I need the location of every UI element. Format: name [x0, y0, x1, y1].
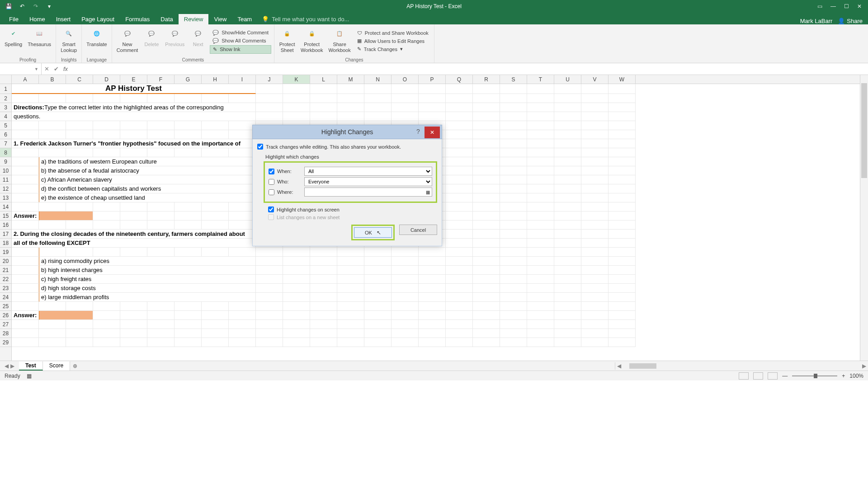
cell[interactable] — [581, 257, 609, 266]
when-select[interactable]: All — [304, 167, 432, 176]
cell[interactable] — [120, 121, 147, 130]
cell[interactable] — [473, 293, 500, 302]
cell[interactable] — [446, 112, 473, 121]
cell[interactable] — [527, 202, 554, 211]
cell[interactable] — [419, 84, 446, 94]
col-header[interactable]: D — [93, 75, 120, 84]
cell[interactable] — [581, 211, 609, 221]
cell[interactable] — [147, 121, 175, 130]
cell[interactable] — [202, 320, 229, 329]
cell[interactable] — [202, 338, 229, 347]
cell[interactable] — [229, 148, 256, 157]
chevron-down-icon[interactable]: ▼ — [34, 67, 38, 71]
tab-formulas[interactable]: Formulas — [120, 14, 155, 24]
row-header[interactable]: 7 — [0, 139, 11, 148]
cell[interactable] — [66, 320, 93, 329]
cell[interactable] — [500, 266, 527, 275]
cell[interactable]: questions. — [12, 112, 256, 121]
cell[interactable] — [554, 139, 581, 148]
view-pagebreak-button[interactable] — [768, 372, 778, 380]
cell[interactable] — [473, 257, 500, 266]
cell[interactable] — [175, 211, 202, 221]
cell[interactable] — [419, 248, 446, 257]
view-layout-button[interactable] — [753, 372, 763, 380]
cell[interactable] — [473, 230, 500, 239]
row-header[interactable]: 3 — [0, 103, 11, 112]
tab-data[interactable]: Data — [155, 14, 178, 24]
cell[interactable] — [473, 211, 500, 221]
cell[interactable] — [500, 157, 527, 166]
cell[interactable] — [175, 121, 202, 130]
cell[interactable] — [473, 148, 500, 157]
cell[interactable] — [175, 248, 202, 257]
cell[interactable] — [147, 329, 175, 338]
view-normal-button[interactable] — [739, 372, 749, 380]
col-header[interactable]: I — [229, 75, 256, 84]
row-header[interactable]: 27 — [0, 320, 11, 329]
cell[interactable] — [310, 284, 337, 293]
who-select[interactable]: Everyone — [304, 177, 432, 186]
cell[interactable] — [283, 112, 310, 121]
cell[interactable] — [93, 320, 120, 329]
cell[interactable] — [473, 266, 500, 275]
cell[interactable] — [147, 248, 175, 257]
cell[interactable] — [12, 166, 39, 175]
tab-review[interactable]: Review — [179, 14, 209, 24]
cell[interactable] — [527, 211, 554, 221]
cell[interactable] — [581, 130, 609, 139]
cell[interactable] — [39, 202, 66, 211]
cell[interactable] — [12, 202, 39, 211]
cell[interactable] — [337, 112, 364, 121]
cell[interactable] — [310, 248, 337, 257]
cell[interactable] — [256, 329, 283, 338]
cell[interactable] — [527, 112, 554, 121]
cell[interactable] — [500, 248, 527, 257]
save-icon[interactable]: 💾 — [4, 1, 14, 11]
who-checkbox[interactable] — [269, 179, 274, 185]
row-header[interactable]: 5 — [0, 121, 11, 130]
cell[interactable] — [446, 275, 473, 284]
cell[interactable] — [446, 311, 473, 320]
cell[interactable] — [554, 157, 581, 166]
cell[interactable] — [581, 248, 609, 257]
cell[interactable] — [364, 112, 392, 121]
cell[interactable] — [473, 193, 500, 202]
cell[interactable] — [609, 202, 636, 211]
col-header[interactable]: Q — [446, 75, 473, 84]
cell[interactable] — [120, 211, 147, 221]
cell[interactable]: all of the following EXCEPT — [12, 239, 256, 248]
zoom-slider[interactable] — [792, 375, 837, 376]
cell[interactable] — [419, 103, 446, 112]
row-header[interactable]: 9 — [0, 157, 11, 166]
cell[interactable]: b) the absense of a feudal aristocracy — [39, 166, 256, 175]
cell[interactable] — [39, 211, 93, 221]
cell[interactable] — [12, 293, 39, 302]
cell[interactable]: e) large middleman profits — [39, 293, 256, 302]
cell[interactable] — [310, 266, 337, 275]
cell[interactable] — [609, 121, 636, 130]
cell[interactable] — [120, 338, 147, 347]
cell[interactable] — [256, 248, 283, 257]
cell[interactable] — [446, 157, 473, 166]
cell[interactable] — [147, 148, 175, 157]
cell[interactable] — [446, 293, 473, 302]
col-header[interactable]: K — [283, 75, 310, 84]
share-workbook-button[interactable]: 📋 Share Workbook — [326, 25, 352, 57]
cell[interactable] — [310, 320, 337, 329]
cell[interactable] — [419, 329, 446, 338]
cell[interactable] — [609, 175, 636, 184]
cell[interactable] — [500, 338, 527, 347]
cell[interactable] — [392, 320, 419, 329]
cell[interactable] — [66, 148, 93, 157]
cell[interactable] — [527, 184, 554, 193]
cell[interactable] — [229, 130, 256, 139]
row-header[interactable]: 23 — [0, 284, 11, 293]
cell[interactable] — [39, 320, 66, 329]
cell[interactable] — [392, 302, 419, 311]
cell[interactable] — [446, 166, 473, 175]
cell[interactable] — [581, 230, 609, 239]
cell[interactable] — [39, 248, 66, 257]
cell[interactable] — [500, 202, 527, 211]
cell[interactable] — [473, 112, 500, 121]
cell[interactable] — [12, 248, 39, 257]
